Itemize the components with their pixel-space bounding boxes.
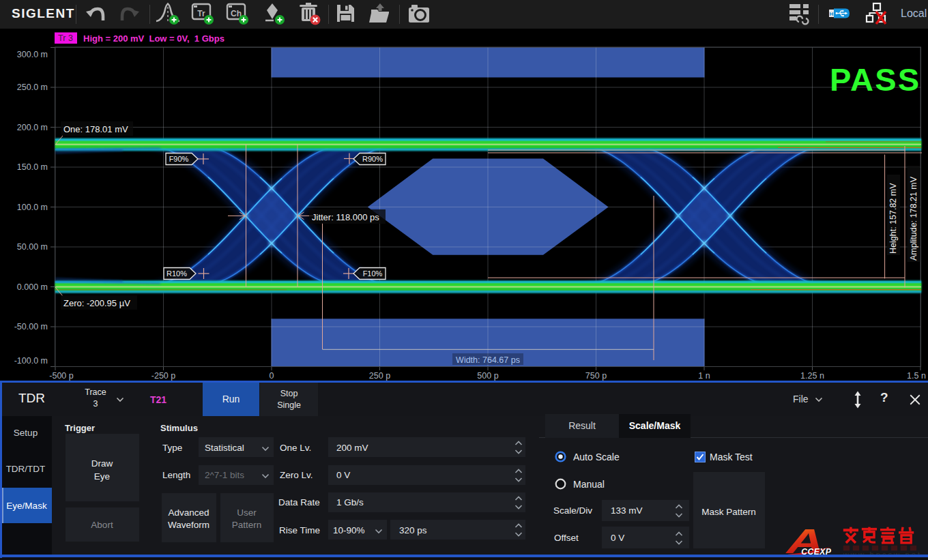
svg-text:0: 0 (270, 371, 274, 381)
svg-text:Tr: Tr (197, 9, 205, 18)
svg-text:Zero: -200.95 µV: Zero: -200.95 µV (63, 298, 130, 308)
svg-text:R90%: R90% (362, 155, 383, 163)
svg-text:High = 200 mV Low = 0V, 1 Gb: High = 200 mV Low = 0V, 1 Gbps (83, 33, 224, 44)
svg-text:200.0 m: 200.0 m (17, 123, 48, 132)
svg-text:500 p: 500 p (477, 371, 498, 381)
svg-text:-500 p: -500 p (49, 371, 73, 381)
svg-text:1.25 n: 1.25 n (800, 371, 824, 381)
svg-text:Height: 157.82 mV: Height: 157.82 mV (888, 183, 898, 254)
svg-text:F10%: F10% (363, 269, 383, 278)
svg-text:R10%: R10% (166, 269, 187, 278)
svg-text:750 p: 750 p (585, 371, 607, 381)
svg-text:PASS: PASS (830, 61, 919, 98)
svg-text:F90%: F90% (169, 155, 189, 163)
svg-text:100.0 m: 100.0 m (17, 203, 48, 212)
svg-text:0.000 m: 0.000 m (17, 282, 48, 292)
svg-text:One: 178.01 mV: One: 178.01 mV (63, 124, 128, 134)
svg-text:Amplitude: 178.21 mV: Amplitude: 178.21 mV (909, 176, 918, 261)
svg-text:250 p: 250 p (369, 371, 390, 381)
svg-text:150.0 m: 150.0 m (17, 162, 48, 172)
svg-text:1 n: 1 n (698, 371, 710, 381)
svg-text:-50.00 m: -50.00 m (14, 322, 48, 331)
svg-text:50.00 m: 50.00 m (17, 242, 48, 252)
svg-text:300.0 m: 300.0 m (17, 50, 48, 59)
svg-text:Jitter: 118.000 ps: Jitter: 118.000 ps (312, 212, 379, 222)
svg-text:Width: 764.67 ps: Width: 764.67 ps (456, 355, 520, 365)
svg-text:-250 p: -250 p (151, 371, 175, 381)
svg-text:Tr 3: Tr 3 (58, 33, 73, 43)
svg-text:-100.0 m: -100.0 m (14, 356, 48, 366)
svg-text:1.5 n: 1.5 n (907, 371, 926, 381)
svg-text:H: H (830, 11, 834, 17)
svg-text:250.0 m: 250.0 m (17, 83, 48, 92)
